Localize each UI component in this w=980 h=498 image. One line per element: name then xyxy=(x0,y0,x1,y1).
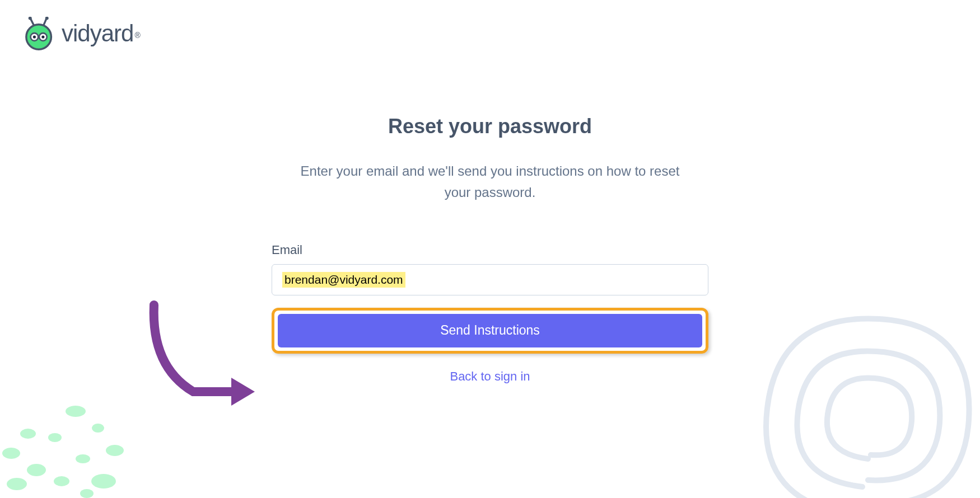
reset-password-panel: Reset your password Enter your email and… xyxy=(272,115,708,384)
svg-point-16 xyxy=(27,464,46,476)
svg-point-8 xyxy=(41,35,44,38)
svg-point-19 xyxy=(91,474,116,488)
svg-point-6 xyxy=(33,35,36,38)
svg-point-10 xyxy=(92,424,104,433)
back-to-sign-in-link[interactable]: Back to sign in xyxy=(272,369,708,384)
instructions-text: Enter your email and we'll send you inst… xyxy=(272,161,708,204)
svg-point-18 xyxy=(54,476,69,486)
svg-point-17 xyxy=(7,478,27,490)
brand-name: vidyard® xyxy=(62,20,141,47)
svg-point-13 xyxy=(2,448,20,459)
decorative-blobs-icon xyxy=(0,397,157,498)
email-label: Email xyxy=(272,243,708,257)
svg-point-12 xyxy=(48,433,62,442)
brand-logo: vidyard® xyxy=(22,17,141,50)
arrow-annotation-icon xyxy=(143,299,266,411)
page-title: Reset your password xyxy=(272,115,708,138)
svg-point-11 xyxy=(20,429,36,439)
svg-line-2 xyxy=(44,18,46,25)
email-value: brendan@vidyard.com xyxy=(282,272,405,288)
decorative-swirl-icon xyxy=(689,263,980,498)
svg-point-9 xyxy=(66,406,86,417)
email-field[interactable]: brendan@vidyard.com xyxy=(272,264,708,295)
button-highlight-annotation: Send Instructions xyxy=(272,308,708,354)
send-instructions-button[interactable]: Send Instructions xyxy=(278,314,702,347)
svg-point-14 xyxy=(106,445,124,456)
vidyard-logo-icon xyxy=(22,17,56,50)
svg-point-15 xyxy=(76,454,90,463)
svg-line-0 xyxy=(31,18,34,25)
reset-form: Email brendan@vidyard.com Send Instructi… xyxy=(272,243,708,384)
svg-point-20 xyxy=(80,489,94,498)
